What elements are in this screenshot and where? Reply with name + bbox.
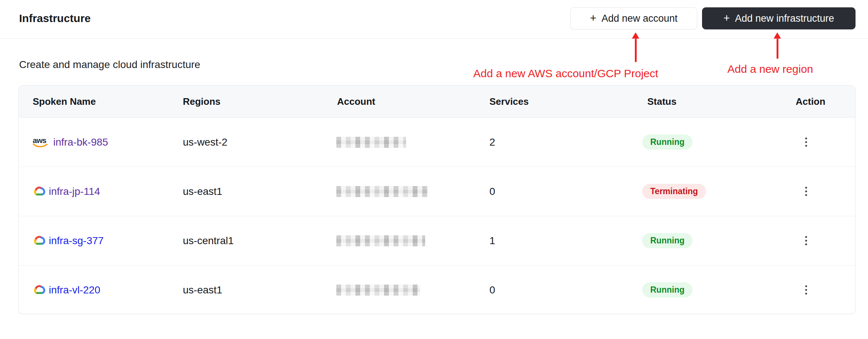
kebab-menu-icon: [805, 187, 807, 196]
add-new-account-label: Add new account: [601, 13, 677, 24]
redacted-account-value: [336, 186, 428, 197]
region-cell: us-central1: [183, 216, 234, 265]
account-cell: [336, 216, 425, 265]
add-new-account-button[interactable]: + Add new account: [570, 7, 697, 29]
region-cell: us-west-2: [183, 118, 227, 167]
status-cell: Running: [642, 216, 692, 265]
infrastructure-link[interactable]: infra-bk-985: [53, 136, 108, 148]
table-row: infra-sg-377 us-central1 1 Running: [19, 216, 855, 265]
account-cell: [336, 265, 420, 314]
infrastructure-table: Spoken Name Regions Account Services Sta…: [18, 85, 856, 314]
annotation-arrow-region: [773, 32, 781, 59]
column-header-services: Services: [489, 86, 529, 117]
table-row: infra-vl-220 us-east1 0 Running: [19, 265, 855, 314]
status-badge: Running: [642, 135, 692, 150]
table-row: aws infra-bk-985 us-west-2 2 Running: [19, 118, 855, 167]
kebab-menu-icon: [805, 285, 807, 295]
plus-icon: +: [723, 13, 730, 24]
add-new-infrastructure-button[interactable]: + Add new infrastructure: [702, 7, 856, 29]
arrow-head-icon: [632, 32, 639, 39]
services-cell: 1: [489, 216, 495, 265]
services-cell: 0: [489, 167, 495, 216]
annotation-arrow-account: [632, 32, 640, 62]
column-header-status: Status: [647, 86, 676, 117]
services-cell: 0: [489, 265, 495, 314]
gcp-icon: [33, 235, 46, 246]
status-badge: Running: [642, 282, 692, 297]
redacted-account-value: [336, 285, 420, 296]
region-cell: us-east1: [183, 265, 222, 314]
status-cell: Running: [642, 118, 692, 167]
row-actions-menu-button[interactable]: [801, 167, 811, 216]
redacted-account-value: [336, 235, 425, 246]
redacted-account-value: [336, 137, 406, 148]
table-header-row: Spoken Name Regions Account Services Sta…: [19, 86, 855, 118]
spoken-name-cell: infra-sg-377: [33, 216, 104, 265]
infrastructure-link[interactable]: infra-sg-377: [49, 235, 104, 247]
infrastructure-link[interactable]: infra-vl-220: [49, 284, 100, 296]
top-bar: Infrastructure + Add new account + Add n…: [0, 0, 868, 39]
row-actions-menu-button[interactable]: [801, 118, 811, 167]
arrow-shaft: [777, 39, 778, 59]
page-title: Infrastructure: [19, 12, 91, 25]
column-header-spoken-name: Spoken Name: [33, 86, 96, 117]
annotation-region-note: Add a new region: [727, 63, 813, 75]
kebab-menu-icon: [805, 236, 807, 245]
region-cell: us-east1: [183, 167, 222, 216]
account-cell: [336, 118, 406, 167]
aws-icon: aws: [33, 136, 50, 149]
column-header-account: Account: [337, 86, 375, 117]
column-header-regions: Regions: [183, 86, 221, 117]
status-cell: Terminating: [642, 167, 706, 216]
column-header-action: Action: [796, 86, 825, 117]
status-badge: Terminating: [642, 184, 706, 199]
spoken-name-cell: infra-vl-220: [33, 265, 100, 314]
gcp-icon: [33, 186, 46, 197]
row-actions-menu-button[interactable]: [801, 265, 811, 314]
services-cell: 2: [489, 118, 495, 167]
status-cell: Running: [642, 265, 692, 314]
infrastructure-link[interactable]: infra-jp-114: [49, 186, 100, 197]
arrow-shaft: [635, 39, 637, 62]
arrow-head-icon: [774, 32, 781, 39]
add-new-infrastructure-label: Add new infrastructure: [735, 13, 834, 24]
row-actions-menu-button[interactable]: [801, 216, 811, 265]
kebab-menu-icon: [805, 138, 807, 147]
plus-icon: +: [590, 13, 597, 24]
table-row: infra-jp-114 us-east1 0 Terminating: [19, 167, 855, 216]
spoken-name-cell: aws infra-bk-985: [33, 118, 108, 167]
infrastructure-page: Infrastructure + Add new account + Add n…: [0, 0, 868, 339]
account-cell: [336, 167, 428, 216]
status-badge: Running: [642, 233, 692, 248]
spoken-name-cell: infra-jp-114: [33, 167, 100, 216]
page-subtitle: Create and manage cloud infrastructure: [19, 59, 200, 71]
annotation-account-note: Add a new AWS account/GCP Project: [473, 67, 658, 80]
gcp-icon: [33, 285, 46, 296]
